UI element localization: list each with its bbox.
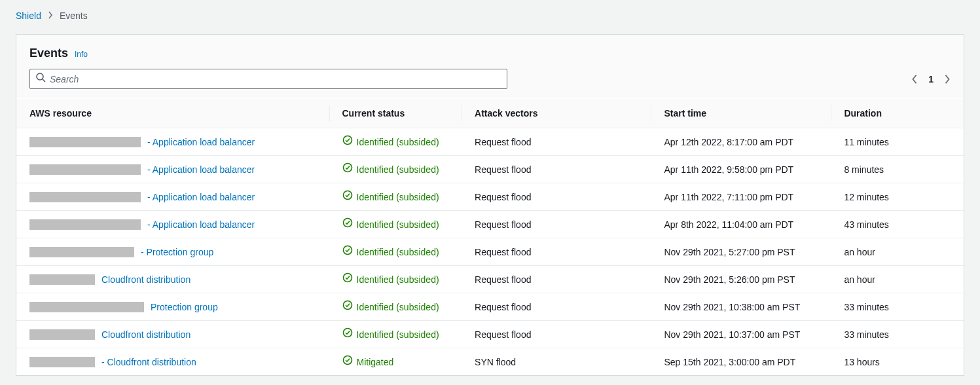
start-time: Sep 15th 2021, 3:00:00 am PDT (651, 348, 831, 376)
breadcrumb-root-link[interactable]: Shield (16, 9, 41, 22)
table-row: - Application load balancerIdentified (s… (16, 183, 964, 211)
status-indicator: Identified (subsided) (342, 217, 449, 231)
duration: 43 minutes (831, 211, 964, 238)
resource-link[interactable]: - Application load balancer (147, 191, 255, 204)
redacted-resource-name (29, 274, 95, 285)
status-text: Identified (subsided) (357, 328, 439, 341)
resource-link[interactable]: - Application load balancer (147, 136, 255, 149)
status-indicator: Identified (subsided) (342, 327, 449, 341)
duration: an hour (831, 266, 964, 293)
table-row: Cloudfront distributionIdentified (subsi… (16, 266, 964, 293)
start-time: Apr 11th 2022, 7:11:00 pm PDT (651, 183, 831, 211)
col-header-duration[interactable]: Duration (831, 99, 964, 128)
attack-vector: Request flood (462, 321, 651, 348)
search-icon (35, 72, 46, 86)
attack-vector: Request flood (462, 238, 651, 266)
resource-link[interactable]: Cloudfront distribution (101, 328, 191, 341)
resource-link[interactable]: Protection group (151, 301, 218, 314)
page-next-button[interactable] (944, 74, 951, 84)
col-header-vectors[interactable]: Attack vectors (462, 99, 651, 128)
duration: 8 minutes (831, 156, 964, 183)
duration: an hour (831, 238, 964, 266)
duration: 12 minutes (831, 183, 964, 211)
col-header-status[interactable]: Current status (329, 99, 462, 128)
status-text: Identified (subsided) (357, 218, 439, 231)
col-header-start[interactable]: Start time (651, 99, 831, 128)
status-indicator: Identified (subsided) (342, 272, 449, 286)
start-time: Apr 11th 2022, 9:58:00 pm PDT (651, 156, 831, 183)
status-text: Identified (subsided) (357, 273, 439, 286)
page-number: 1 (928, 73, 934, 86)
chevron-right-icon (48, 9, 53, 22)
table-row: - Application load balancerIdentified (s… (16, 211, 964, 238)
attack-vector: Request flood (462, 211, 651, 238)
resource-link[interactable]: - Application load balancer (147, 218, 255, 231)
status-text: Identified (subsided) (357, 301, 439, 314)
check-circle-icon (342, 135, 353, 149)
start-time: Nov 29th 2021, 10:37:00 am PST (651, 321, 831, 348)
duration: 33 minutes (831, 321, 964, 348)
attack-vector: Request flood (462, 183, 651, 211)
resource-link[interactable]: - Protection group (141, 246, 213, 259)
pagination: 1 (911, 73, 951, 86)
resource-link[interactable]: - Cloudfront distribution (101, 356, 196, 369)
start-time: Apr 12th 2022, 8:17:00 am PDT (651, 128, 831, 156)
panel-title: Events (29, 46, 68, 60)
table-row: Protection groupIdentified (subsided)Req… (16, 293, 964, 321)
status-indicator: Identified (subsided) (342, 190, 449, 204)
redacted-resource-name (29, 137, 141, 147)
redacted-resource-name (29, 302, 144, 312)
attack-vector: Request flood (462, 266, 651, 293)
status-text: Identified (subsided) (357, 136, 439, 149)
redacted-resource-name (29, 192, 141, 202)
check-circle-icon (342, 190, 353, 204)
start-time: Apr 8th 2022, 11:04:00 am PDT (651, 211, 831, 238)
check-circle-icon (342, 162, 353, 176)
info-link[interactable]: Info (75, 48, 88, 61)
resource-link[interactable]: - Application load balancer (147, 163, 255, 176)
start-time: Nov 29th 2021, 10:38:00 am PST (651, 293, 831, 321)
status-indicator: Identified (subsided) (342, 135, 449, 149)
svg-point-0 (37, 73, 43, 80)
status-text: Identified (subsided) (357, 191, 439, 204)
attack-vector: SYN flood (462, 348, 651, 376)
status-indicator: Mitigated (342, 355, 449, 369)
redacted-resource-name (29, 329, 95, 340)
status-text: Identified (subsided) (357, 163, 439, 176)
toolbar: 1 (29, 69, 951, 89)
search-input[interactable] (46, 73, 501, 86)
resource-link[interactable]: Cloudfront distribution (101, 273, 191, 286)
col-header-resource[interactable]: AWS resource (16, 99, 329, 128)
breadcrumb: Shield Events (16, 9, 964, 22)
duration: 33 minutes (831, 293, 964, 321)
status-text: Mitigated (357, 356, 394, 369)
duration: 11 minutes (831, 128, 964, 156)
redacted-resource-name (29, 164, 141, 175)
table-row: - Application load balancerIdentified (s… (16, 128, 964, 156)
status-indicator: Identified (subsided) (342, 245, 449, 259)
search-box[interactable] (29, 69, 507, 89)
start-time: Nov 29th 2021, 5:27:00 pm PST (651, 238, 831, 266)
page-prev-button[interactable] (911, 74, 918, 84)
attack-vector: Request flood (462, 128, 651, 156)
check-circle-icon (342, 300, 353, 314)
svg-line-1 (43, 79, 45, 82)
events-panel: Events Info 1 (16, 34, 964, 376)
panel-header: Events Info 1 (16, 35, 964, 99)
check-circle-icon (342, 245, 353, 259)
redacted-resource-name (29, 357, 95, 367)
status-indicator: Identified (subsided) (342, 300, 449, 314)
status-indicator: Identified (subsided) (342, 162, 449, 176)
attack-vector: Request flood (462, 156, 651, 183)
check-circle-icon (342, 355, 353, 369)
table-row: - Protection groupIdentified (subsided)R… (16, 238, 964, 266)
redacted-resource-name (29, 247, 134, 257)
breadcrumb-current: Events (60, 9, 88, 22)
check-circle-icon (342, 217, 353, 231)
events-table: AWS resource Current status Attack vecto… (16, 99, 964, 375)
table-header-row: AWS resource Current status Attack vecto… (16, 99, 964, 128)
redacted-resource-name (29, 219, 141, 230)
duration: 13 hours (831, 348, 964, 376)
status-text: Identified (subsided) (357, 246, 439, 259)
start-time: Nov 29th 2021, 5:26:00 pm PST (651, 266, 831, 293)
